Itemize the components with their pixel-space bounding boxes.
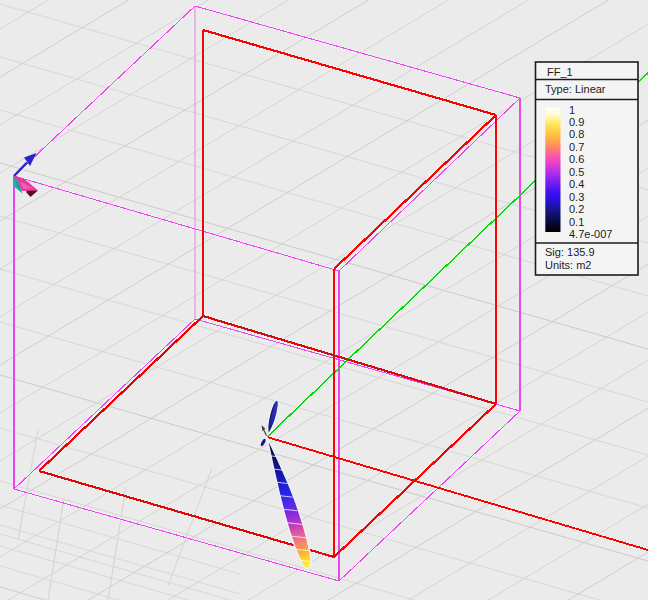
svg-text:FF_1: FF_1 [547, 66, 573, 78]
svg-text:1: 1 [569, 104, 575, 116]
svg-text:0.1: 0.1 [569, 216, 584, 228]
svg-text:0.2: 0.2 [569, 203, 584, 215]
svg-text:0.6: 0.6 [569, 153, 584, 165]
svg-text:0.9: 0.9 [569, 116, 584, 128]
svg-text:4.7e-007: 4.7e-007 [569, 228, 612, 240]
svg-text:Type: Linear: Type: Linear [545, 83, 606, 95]
svg-text:0.8: 0.8 [569, 128, 584, 140]
svg-text:0.3: 0.3 [569, 191, 584, 203]
svg-text:0.5: 0.5 [569, 166, 584, 178]
svg-text:0.7: 0.7 [569, 141, 584, 153]
svg-text:Sig: 135.9: Sig: 135.9 [545, 246, 595, 258]
svg-text:0.4: 0.4 [569, 178, 584, 190]
svg-text:Units: m2: Units: m2 [545, 259, 591, 271]
